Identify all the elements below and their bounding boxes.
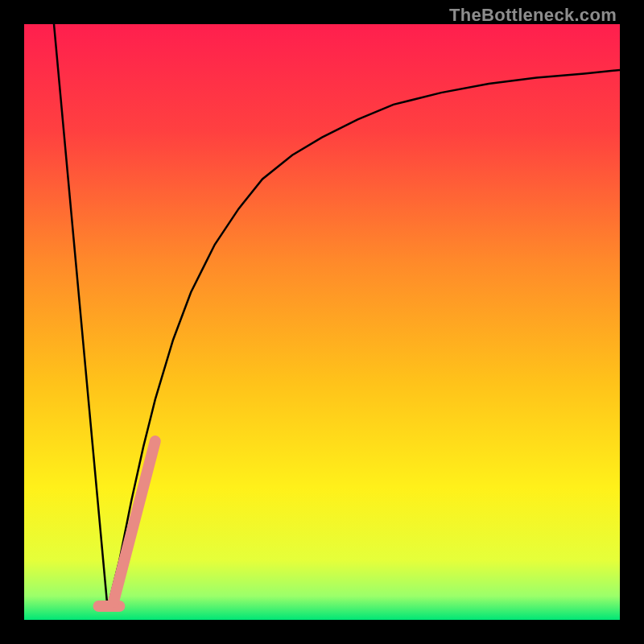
series-right-curve — [108, 70, 620, 608]
curve-layer — [24, 24, 620, 620]
series-highlight-segment — [114, 441, 155, 602]
watermark-text: TheBottleneck.com — [449, 5, 617, 26]
plot-area — [24, 24, 620, 620]
chart-frame: TheBottleneck.com — [0, 0, 644, 644]
series-left-descent — [54, 24, 108, 608]
